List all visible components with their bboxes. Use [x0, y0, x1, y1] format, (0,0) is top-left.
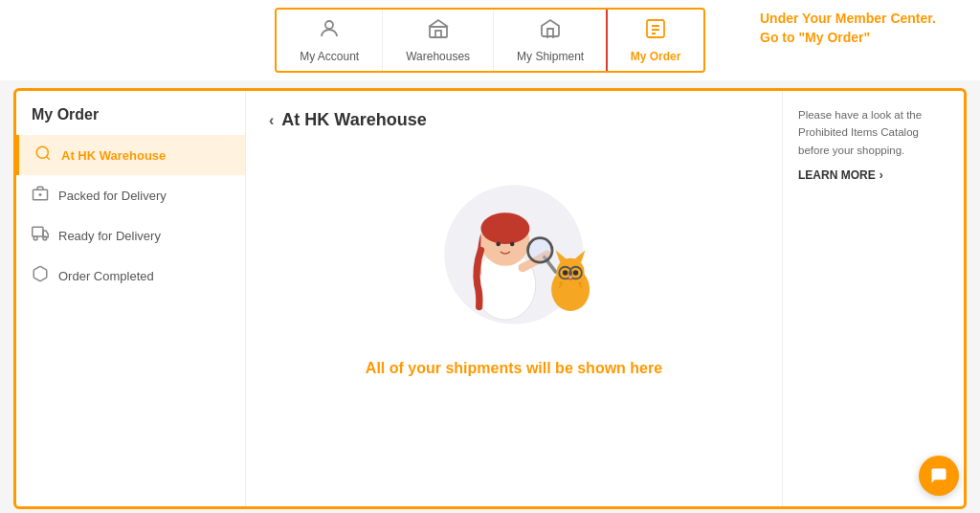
svg-rect-3 — [647, 20, 664, 37]
sidebar-title: My Order — [16, 106, 245, 135]
main-container: My Order At HK Warehouse Packed for Deli… — [13, 88, 967, 509]
nav-order-label: My Order — [631, 50, 681, 63]
nav-my-order[interactable]: My Order — [606, 8, 705, 73]
sidebar: My Order At HK Warehouse Packed for Deli… — [16, 91, 246, 506]
top-navigation: My Account Warehouses My Shipment — [0, 0, 980, 80]
account-icon — [318, 17, 341, 46]
warehouse-icon — [427, 17, 450, 46]
svg-point-20 — [510, 242, 515, 247]
svg-point-33 — [568, 276, 572, 279]
sidebar-item-packed-for-delivery[interactable]: Packed for Delivery — [16, 175, 245, 215]
sidebar-label-at-hk: At HK Warehouse — [61, 148, 166, 163]
svg-point-14 — [43, 236, 47, 240]
nav-warehouses[interactable]: Warehouses — [383, 10, 494, 71]
nav-my-shipment[interactable]: My Shipment — [494, 10, 608, 71]
instruction-text: Under Your Member Center. Go to "My Orde… — [760, 10, 951, 47]
content-title: At HK Warehouse — [281, 110, 426, 130]
ready-delivery-icon — [32, 225, 49, 246]
sidebar-item-order-completed[interactable]: Order Completed — [16, 256, 245, 296]
sidebar-label-ready: Ready for Delivery — [58, 229, 161, 243]
nav-my-account[interactable]: My Account — [277, 10, 383, 71]
order-completed-icon — [32, 265, 49, 286]
nav-warehouses-label: Warehouses — [406, 50, 470, 63]
svg-rect-1 — [430, 27, 447, 37]
nav-group: My Account Warehouses My Shipment — [275, 8, 705, 73]
svg-point-31 — [563, 270, 568, 275]
sidebar-label-completed: Order Completed — [58, 269, 154, 283]
svg-point-19 — [496, 242, 501, 247]
empty-message: All of your shipments will be shown here — [366, 360, 662, 377]
empty-illustration — [418, 168, 610, 341]
nav-account-label: My Account — [300, 50, 359, 63]
svg-point-32 — [573, 270, 578, 275]
chat-icon — [929, 466, 948, 485]
learn-more-label: LEARN MORE — [798, 168, 876, 182]
empty-state: All of your shipments will be shown here — [269, 149, 759, 396]
hk-warehouse-icon — [34, 145, 52, 166]
sidebar-label-packed: Packed for Delivery — [58, 189, 167, 203]
svg-point-23 — [529, 240, 550, 261]
content-area: ‹ At HK Warehouse — [246, 91, 782, 506]
svg-line-8 — [46, 156, 49, 159]
svg-point-18 — [480, 212, 529, 244]
svg-rect-12 — [33, 227, 43, 236]
content-header: ‹ At HK Warehouse — [269, 110, 759, 130]
svg-point-13 — [33, 236, 37, 240]
order-icon — [644, 17, 667, 46]
prohibited-items-text: Please have a look at the Prohibited Ite… — [798, 106, 948, 159]
svg-rect-2 — [435, 31, 441, 37]
packed-icon — [32, 185, 49, 206]
chevron-right-icon: › — [880, 168, 883, 182]
nav-shipment-label: My Shipment — [517, 50, 584, 63]
back-arrow[interactable]: ‹ — [269, 112, 274, 129]
shipment-icon — [539, 17, 562, 46]
right-panel: Please have a look at the Prohibited Ite… — [782, 91, 964, 506]
sidebar-item-at-hk-warehouse[interactable]: At HK Warehouse — [16, 135, 245, 175]
chat-button[interactable] — [919, 456, 959, 496]
svg-point-0 — [325, 21, 333, 29]
learn-more-button[interactable]: LEARN MORE › — [798, 168, 948, 182]
svg-point-7 — [36, 146, 48, 158]
sidebar-item-ready-for-delivery[interactable]: Ready for Delivery — [16, 215, 245, 256]
